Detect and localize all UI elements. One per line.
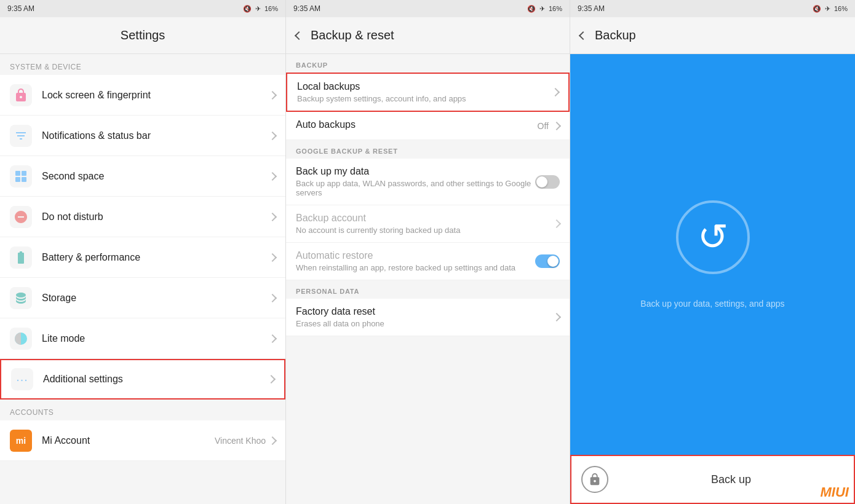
auto-backups-item[interactable]: Auto backups Off: [286, 112, 570, 140]
toggle-knob-off: [536, 176, 547, 187]
backup-account-content: Backup account No account is currently s…: [296, 213, 554, 235]
mi-logo: mi: [10, 430, 32, 452]
backup-account-right: [554, 221, 560, 227]
auto-restore-toggle[interactable]: [535, 254, 560, 268]
settings-header: Settings: [0, 17, 285, 54]
auto-backups-chevron: [552, 121, 561, 130]
status-bar-2: 9:35 AM 🔇 ✈ 16%: [286, 0, 570, 17]
storage-chevron: [268, 293, 277, 302]
backup-account-title: Backup account: [296, 213, 554, 224]
local-backups-sub: Backup system settings, account info, an…: [297, 94, 552, 103]
system-device-label: SYSTEM & DEVICE: [0, 54, 285, 75]
time-2: 9:35 AM: [293, 4, 320, 13]
dnd-icon: [10, 206, 32, 228]
svg-rect-3: [22, 177, 26, 182]
backup-button-label[interactable]: Back up: [618, 473, 844, 486]
network-icon-2: ✈: [539, 5, 545, 13]
storage-icon: [10, 287, 32, 309]
auto-backups-right: Off: [538, 121, 560, 131]
miui-logo: MIUI: [821, 484, 849, 500]
battery-perf-icon: [10, 246, 32, 269]
settings-item-notifications[interactable]: Notifications & status bar: [0, 116, 285, 156]
factory-reset-right: [554, 314, 560, 320]
lite-mode-label: Lite mode: [42, 333, 269, 344]
storage-label: Storage: [42, 293, 269, 304]
network-icon-3: ✈: [825, 5, 830, 13]
accounts-label: ACCOUNTS: [0, 400, 285, 420]
back-up-data-title: Back up my data: [296, 166, 535, 177]
backup-account-item: Backup account No account is currently s…: [286, 205, 570, 243]
lock-screen-label: Lock screen & fingerprint: [42, 90, 269, 101]
time-3: 9:35 AM: [578, 4, 605, 13]
battery-icon-2: 16%: [549, 5, 562, 12]
settings-item-lock-screen[interactable]: Lock screen & fingerprint: [0, 75, 285, 116]
lock-screen-chevron: [268, 90, 277, 99]
google-backup-label: GOOGLE BACKUP & RESET: [286, 140, 570, 159]
auto-backups-value: Off: [538, 121, 549, 131]
auto-backups-title: Auto backups: [296, 119, 538, 130]
personal-data-label: PERSONAL DATA: [286, 280, 570, 299]
backup-bottom-bar: Back up MIUI: [570, 455, 855, 504]
back-up-data-right: [535, 175, 560, 189]
status-bar-3: 9:35 AM 🔇 ✈ 16%: [570, 0, 855, 17]
notifications-label: Notifications & status bar: [42, 130, 269, 141]
auto-restore-right: [535, 254, 560, 268]
factory-reset-content: Factory data reset Erases all data on ph…: [296, 306, 554, 328]
backup-section-label: BACKUP: [286, 54, 570, 73]
settings-item-dnd[interactable]: Do not disturb: [0, 197, 285, 237]
auto-restore-title: Automatic restore: [296, 250, 535, 261]
back-up-data-item[interactable]: Back up my data Back up app data, WLAN p…: [286, 159, 570, 205]
settings-item-battery[interactable]: Battery & performance: [0, 237, 285, 278]
mi-account-chevron: [268, 436, 277, 444]
lock-icon: [10, 84, 32, 106]
backup-lock-icon: [581, 466, 608, 493]
back-arrow[interactable]: [295, 31, 303, 39]
lite-mode-icon: [10, 328, 32, 350]
backup-detail-header: Backup: [570, 17, 855, 54]
local-backups-item[interactable]: Local backups Backup system settings, ac…: [286, 73, 570, 112]
backup-detail-back-arrow[interactable]: [579, 31, 587, 39]
local-backups-chevron: [551, 88, 560, 96]
auto-restore-item[interactable]: Automatic restore When reinstalling an a…: [286, 243, 570, 280]
local-backups-content: Local backups Backup system settings, ac…: [297, 81, 552, 103]
battery-chevron: [268, 253, 277, 261]
second-space-label: Second space: [42, 171, 269, 182]
svg-rect-0: [15, 171, 20, 176]
back-up-data-content: Back up my data Back up app data, WLAN p…: [296, 166, 535, 197]
back-up-data-sub: Back up app data, WLAN passwords, and ot…: [296, 179, 535, 197]
mi-account-item[interactable]: mi Mi Account Vincent Khoo: [0, 420, 285, 461]
notification-icon: [10, 125, 32, 147]
back-up-data-toggle[interactable]: [535, 175, 560, 189]
local-backups-right: [552, 89, 559, 95]
backup-reset-title: Backup & reset: [311, 28, 394, 42]
auto-restore-content: Automatic restore When reinstalling an a…: [296, 250, 535, 272]
local-backups-title: Local backups: [297, 81, 552, 92]
factory-reset-chevron: [552, 313, 561, 321]
settings-item-lite-mode[interactable]: Lite mode: [0, 318, 285, 359]
factory-reset-item[interactable]: Factory data reset Erases all data on ph…: [286, 299, 570, 336]
settings-title: Settings: [121, 28, 165, 42]
backup-account-sub: No account is currently storing backed u…: [296, 226, 554, 235]
lite-mode-chevron: [268, 334, 277, 342]
backup-refresh-icon: ↺: [698, 219, 728, 256]
mute-icon-3: 🔇: [813, 5, 821, 13]
network-icon: ✈: [255, 5, 261, 13]
notifications-chevron: [268, 131, 277, 140]
backup-account-chevron: [552, 219, 561, 228]
svg-rect-2: [15, 177, 20, 182]
mi-account-value: Vincent Khoo: [215, 436, 266, 446]
settings-item-additional[interactable]: ··· Additional settings: [0, 359, 285, 400]
second-space-chevron: [268, 171, 277, 180]
toggle-knob-on: [547, 256, 559, 267]
settings-item-storage[interactable]: Storage: [0, 278, 285, 318]
svg-rect-1: [22, 171, 26, 176]
factory-reset-sub: Erases all data on phone: [296, 319, 554, 328]
settings-item-second-space[interactable]: Second space: [0, 156, 285, 197]
battery-icon-1: 16%: [264, 5, 278, 12]
dnd-chevron: [268, 212, 277, 221]
time-1: 9:35 AM: [7, 4, 34, 13]
battery-icon-3: 16%: [834, 5, 848, 12]
mute-icon-2: 🔇: [527, 5, 536, 13]
backup-detail-panel: 9:35 AM 🔇 ✈ 16% Backup ↺ Back up your da…: [570, 0, 855, 504]
mute-icon: 🔇: [243, 5, 252, 13]
